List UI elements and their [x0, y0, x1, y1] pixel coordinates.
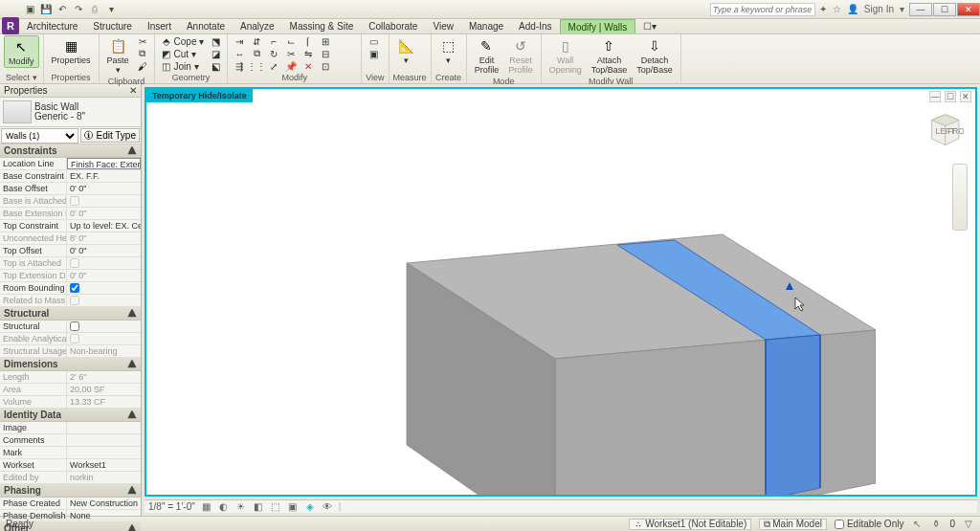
attach-topbase-button[interactable]: ⇧AttachTop/Base: [588, 35, 632, 76]
sun-path-icon[interactable]: ☀: [235, 501, 247, 513]
mirror2-button[interactable]: ⇋: [301, 48, 316, 59]
split-button[interactable]: ✂: [283, 48, 299, 59]
tab-expand-icon[interactable]: ☐▾: [635, 19, 664, 33]
delete-button[interactable]: ✕: [301, 60, 316, 72]
move-button[interactable]: ↔: [232, 48, 247, 59]
panel-label-select[interactable]: Select ▾: [4, 72, 39, 83]
trim3-button[interactable]: ⌈: [301, 35, 316, 47]
cope-button[interactable]: ⬘Cope ▾: [159, 35, 207, 47]
scale-display[interactable]: 1/8" = 1'-0": [148, 501, 195, 512]
tab-architecture[interactable]: Architecture: [19, 19, 85, 33]
cut-button[interactable]: ✂: [135, 35, 150, 47]
favorite-icon[interactable]: ☆: [833, 4, 841, 14]
group-structural[interactable]: Structural⯅: [0, 307, 141, 321]
pin-button[interactable]: 📌: [283, 60, 299, 72]
modify-tool-button[interactable]: ↖Modify: [4, 35, 39, 68]
tab-structure[interactable]: Structure: [85, 19, 140, 33]
detail-level-icon[interactable]: ▦: [201, 501, 212, 513]
hide-isolate-icon[interactable]: ◈: [304, 501, 316, 513]
extra1-button[interactable]: ⊞: [318, 35, 333, 47]
temp-hide-isolate-badge[interactable]: Temporary Hide/Isolate: [146, 89, 253, 102]
view-min-icon[interactable]: —: [929, 91, 941, 102]
search-input[interactable]: [710, 3, 815, 16]
p-base-constraint-v[interactable]: EX. F.F.: [67, 170, 141, 182]
reset-profile-button[interactable]: ↺ResetProfile: [504, 35, 537, 76]
trim2-button[interactable]: ⌙: [283, 35, 299, 47]
qat-save-icon[interactable]: 💾: [39, 3, 53, 16]
scale-button[interactable]: ⤢: [266, 60, 281, 72]
geom-opt3-button[interactable]: ⬕: [208, 60, 223, 72]
trim1-button[interactable]: ⌐: [266, 35, 281, 47]
paste-button[interactable]: 📋Paste▾: [103, 35, 133, 76]
tab-addins[interactable]: Add-Ins: [511, 19, 559, 33]
app-menu-button[interactable]: R: [2, 17, 19, 34]
group-constraints[interactable]: Constraints⯅: [0, 144, 141, 158]
array-button[interactable]: ⋮⋮: [249, 60, 264, 72]
p-room-bounding-v[interactable]: [67, 282, 141, 294]
p-phase-created-v[interactable]: New Construction: [67, 498, 141, 509]
copy2-button[interactable]: ⧉: [249, 48, 264, 59]
p-workset-v[interactable]: Workset1: [67, 459, 141, 471]
geom-opt2-button[interactable]: ◪: [208, 48, 223, 59]
minimize-button[interactable]: —: [909, 3, 932, 16]
category-filter[interactable]: Walls (1): [1, 128, 78, 144]
geom-opt1-button[interactable]: ⬔: [208, 35, 223, 47]
group-identity[interactable]: Identity Data⯅: [0, 409, 141, 422]
matchtype-button[interactable]: 🖌: [135, 60, 150, 72]
properties-button[interactable]: ▦Properties: [48, 35, 95, 66]
group-phasing[interactable]: Phasing⯅: [0, 484, 141, 498]
visual-style-icon[interactable]: ◐: [218, 501, 230, 513]
join-button[interactable]: ◫Join ▾: [159, 60, 207, 72]
align-button[interactable]: ⇥: [232, 35, 247, 47]
shadows-icon[interactable]: ◧: [253, 501, 264, 513]
p-image-v[interactable]: [67, 422, 141, 433]
signin-link[interactable]: Sign In: [864, 4, 894, 14]
tab-view[interactable]: View: [425, 19, 461, 33]
p-structural-v[interactable]: [67, 321, 141, 332]
tab-insert[interactable]: Insert: [140, 19, 179, 33]
p-mark-v[interactable]: [67, 447, 141, 458]
user-icon[interactable]: 👤: [847, 4, 858, 14]
mainmodel-status[interactable]: ⧉Main Model: [759, 519, 827, 530]
view2-button[interactable]: ▣: [366, 48, 381, 59]
wall-opening-button[interactable]: ▯WallOpening: [546, 35, 586, 76]
editable-only-toggle[interactable]: Editable Only: [835, 519, 903, 529]
view-cube[interactable]: LEFT FRONT: [924, 108, 964, 148]
reveal-icon[interactable]: 👁: [322, 501, 333, 513]
qat-print-icon[interactable]: ⎙: [88, 3, 101, 16]
measure-button[interactable]: 📐▾: [393, 35, 420, 66]
search-box[interactable]: [710, 3, 815, 16]
qat-open-icon[interactable]: ▣: [23, 3, 36, 16]
create-button[interactable]: ⬚▾: [435, 35, 462, 66]
view1-button[interactable]: ▭: [366, 35, 381, 47]
view-max-icon[interactable]: ☐: [945, 91, 956, 102]
rendering-icon[interactable]: ⬚: [270, 501, 281, 513]
extra3-button[interactable]: ⊡: [318, 60, 333, 72]
filter2-icon[interactable]: ▽: [963, 519, 974, 530]
selection-icon[interactable]: ↖: [911, 519, 923, 530]
help-icon[interactable]: ▾: [900, 4, 904, 14]
group-dimensions[interactable]: Dimensions⯅: [0, 358, 141, 371]
p-top-constraint-v[interactable]: Up to level: EX. Ceili...: [67, 220, 141, 232]
tab-manage[interactable]: Manage: [461, 19, 511, 33]
tab-analyze[interactable]: Analyze: [233, 19, 282, 33]
edit-type-button[interactable]: 🛈Edit Type: [80, 128, 140, 143]
p-location-line-v[interactable]: Finish Face: Exterior: [67, 158, 141, 169]
view-close-icon[interactable]: ✕: [960, 91, 971, 102]
workset-status[interactable]: ⛬Workset1 (Not Editable): [629, 519, 751, 530]
tab-collaborate[interactable]: Collaborate: [361, 19, 425, 33]
p-comments-v[interactable]: [67, 434, 141, 446]
filter-icon[interactable]: ⚱: [930, 519, 942, 530]
infocenter-icon[interactable]: ✦: [819, 4, 827, 14]
p-phase-demo-v[interactable]: None: [67, 510, 141, 521]
tab-modify-walls[interactable]: Modify | Walls: [560, 19, 636, 33]
detach-topbase-button[interactable]: ⇩DetachTop/Base: [633, 35, 677, 76]
edit-profile-button[interactable]: ✎EditProfile: [471, 35, 503, 76]
type-selector[interactable]: Basic WallGeneric - 8": [0, 98, 141, 127]
navigation-bar[interactable]: [952, 164, 968, 231]
mirror1-button[interactable]: ⇵: [249, 35, 264, 47]
rotate-button[interactable]: ↻: [266, 48, 281, 59]
wall-3d-model[interactable]: [388, 167, 876, 497]
extra2-button[interactable]: ⊟: [318, 48, 333, 59]
crop-icon[interactable]: ▣: [287, 501, 299, 513]
